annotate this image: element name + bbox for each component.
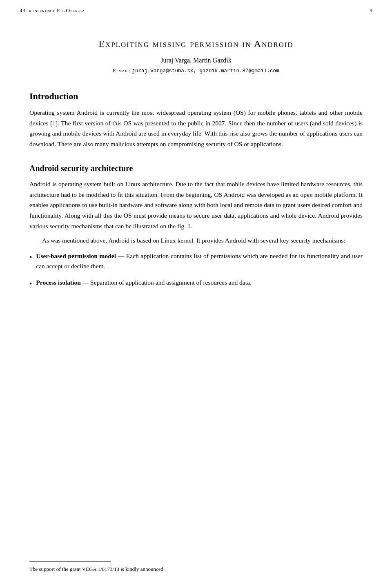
bullet-icon: • [29,278,32,290]
list-item: • Process isolation — Separation of appl… [29,277,363,290]
bullet-icon: • [29,252,32,264]
footnote-area: The support of the grant VEGA 1/0173/13 … [29,550,363,573]
email-line: E-mail: juraj.varga@stuba.sk, gazdik.mar… [29,67,363,74]
page-content: Exploiting missing permission in Android… [0,38,392,320]
list-item-text: User-based permission model — Each appli… [36,251,363,272]
introduction-section: Introduction Operating system Android is… [29,91,363,149]
page-header: 43. konference EurOpen.cz 9 [0,0,392,14]
footnote-rule [29,561,111,562]
android-security-heading: Android security architecture [29,164,363,173]
android-security-paragraph-2: As was mentioned above, Android is based… [29,235,363,246]
page-number: 9 [370,7,372,14]
list-item-bold: Process isolation [36,279,81,286]
list-item: • User-based permission model — Each app… [29,251,363,272]
page: 43. konference EurOpen.cz 9 Exploiting m… [0,0,392,586]
list-item-dash: — [81,279,90,286]
android-security-section: Android security architecture Android is… [29,164,363,290]
list-item-body: Separation of application and assignment… [90,279,252,286]
security-mechanisms-list: • User-based permission model — Each app… [29,251,363,290]
title-section: Exploiting missing permission in Android… [29,38,363,74]
list-item-text: Process isolation — Separation of applic… [36,277,363,288]
introduction-paragraph: Operating system Android is currently th… [29,107,363,149]
list-item-bold: User-based permission model [36,252,116,259]
authors: Juraj Varga, Martin Gazdík [29,57,363,64]
email-value: juraj.varga@stuba.sk, gazdik.martin.87@g… [132,68,279,74]
list-item-dash: — [116,252,126,259]
conference-label: 43. konference EurOpen.cz [20,7,85,14]
android-security-paragraph-1: Android is operating system built on Lin… [29,179,363,231]
introduction-heading: Introduction [29,91,363,102]
email-label: E-mail: [113,67,130,74]
footnote-text: The support of the grant VEGA 1/0173/13 … [29,565,363,573]
paper-title: Exploiting missing permission in Android [29,38,363,49]
